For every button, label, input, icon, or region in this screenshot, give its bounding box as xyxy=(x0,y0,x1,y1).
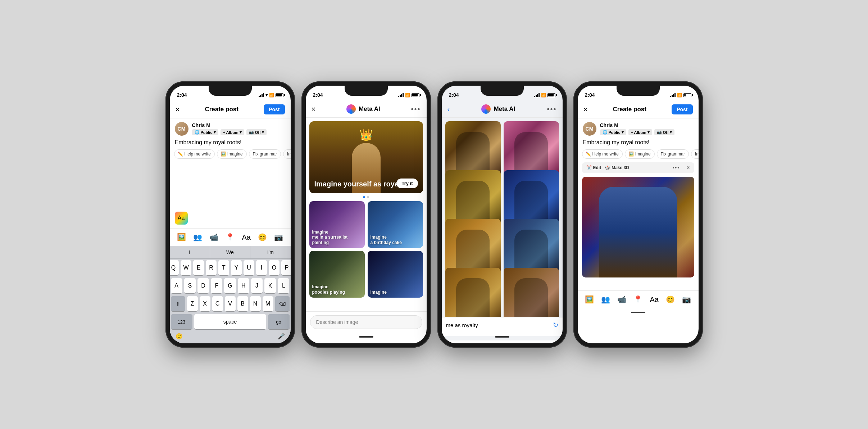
key-g[interactable]: G xyxy=(224,278,236,293)
toolbar-row-1: 🖼️ 👥 📹 📍 Aa 😊 📷 xyxy=(170,228,291,246)
key-h[interactable]: H xyxy=(238,278,249,293)
people-icon-1[interactable]: 👥 xyxy=(192,231,203,243)
key-p[interactable]: P xyxy=(281,260,291,275)
key-w[interactable]: W xyxy=(181,260,191,275)
ima-btn-4[interactable]: Ima... xyxy=(691,149,699,159)
royal-img-1[interactable] xyxy=(445,121,501,177)
ai-rainbow-btn-1[interactable]: Aa xyxy=(175,212,188,225)
post-button-1[interactable]: Post xyxy=(264,104,285,114)
key-d[interactable]: D xyxy=(197,278,209,293)
key-l[interactable]: L xyxy=(278,278,289,293)
key-y[interactable]: Y xyxy=(231,260,242,275)
royal-img-3[interactable] xyxy=(445,170,501,226)
royal-grid-3[interactable] xyxy=(442,118,563,317)
video-icon-1[interactable]: 📹 xyxy=(208,231,219,243)
suggest-i[interactable]: I xyxy=(170,246,210,258)
key-go[interactable]: go xyxy=(268,314,290,329)
try-it-btn-2[interactable]: Try it xyxy=(396,179,418,188)
post-text-4[interactable]: Embracing my royal roots! xyxy=(578,138,699,147)
card-surrealist-2[interactable]: Imagineme in a surrealistpainting xyxy=(309,201,365,248)
emoji-icon-1[interactable]: 😊 xyxy=(257,231,268,243)
key-123[interactable]: 123 xyxy=(171,314,192,329)
close-image-btn-4[interactable]: × xyxy=(686,164,690,171)
royal-img-5[interactable] xyxy=(445,219,501,274)
video-icon-4[interactable]: 📹 xyxy=(616,294,627,305)
privacy-pill-public-1[interactable]: 🌐 Public ▾ xyxy=(192,129,218,135)
search-input-3[interactable] xyxy=(446,322,553,328)
key-k[interactable]: K xyxy=(264,278,276,293)
help-me-write-btn-4[interactable]: ✏️ Help me write xyxy=(582,149,623,159)
more-dots-3[interactable]: ••• xyxy=(547,105,556,113)
suggest-im[interactable]: I'm xyxy=(250,246,290,258)
close-btn-2[interactable]: × xyxy=(312,105,316,113)
back-btn-3[interactable]: ‹ xyxy=(447,105,450,113)
people-icon-4[interactable]: 👥 xyxy=(600,294,611,305)
emoji-icon-4[interactable]: 😊 xyxy=(665,294,676,305)
key-m[interactable]: M xyxy=(263,296,273,311)
card-birthday-2[interactable]: Imaginea birthday cake xyxy=(368,201,423,248)
key-r[interactable]: R xyxy=(206,260,217,275)
key-v[interactable]: V xyxy=(225,296,236,311)
card-poodles-2[interactable]: Imaginepoodles playing xyxy=(309,251,365,298)
off-pill-4[interactable]: 📷 Off ▾ xyxy=(654,129,674,135)
key-space[interactable]: space xyxy=(194,314,266,329)
key-n[interactable]: N xyxy=(250,296,261,311)
photo-icon-4[interactable]: 🖼️ xyxy=(583,294,595,305)
post-button-4[interactable]: Post xyxy=(672,104,692,114)
key-q[interactable]: Q xyxy=(170,260,179,275)
key-i[interactable]: I xyxy=(256,260,267,275)
royal-img-6[interactable] xyxy=(504,219,559,274)
location-icon-4[interactable]: 📍 xyxy=(632,294,644,305)
key-f[interactable]: F xyxy=(211,278,222,293)
key-a[interactable]: A xyxy=(171,278,182,293)
key-u[interactable]: U xyxy=(244,260,254,275)
card-astronaut-2[interactable]: Imagine xyxy=(368,251,423,298)
royal-img-4[interactable] xyxy=(504,170,559,226)
royal-img-8[interactable] xyxy=(504,268,559,317)
key-o[interactable]: O xyxy=(269,260,280,275)
key-s[interactable]: S xyxy=(184,278,196,293)
edit-tool-btn-4[interactable]: ✂️ Edit xyxy=(586,165,601,170)
imagine-btn-1[interactable]: 🖼️ Imagine xyxy=(217,149,247,159)
text-icon-1[interactable]: Aa xyxy=(241,231,252,243)
notch-2 xyxy=(345,86,388,96)
post-text-1[interactable]: Embracing my royal roots! xyxy=(170,138,291,147)
emoji-btn-1[interactable]: 🙂 xyxy=(176,333,183,340)
refresh-btn-3[interactable]: ↻ xyxy=(553,321,558,329)
image-more-dots-4[interactable]: ••• xyxy=(672,165,680,171)
album-pill-1[interactable]: + Album ▾ xyxy=(221,129,244,135)
key-z[interactable]: Z xyxy=(187,296,198,311)
off-pill-1[interactable]: 📷 Off ▾ xyxy=(246,129,267,135)
key-delete[interactable]: ⌫ xyxy=(275,296,290,311)
key-j[interactable]: J xyxy=(251,278,263,293)
key-shift[interactable]: ⇧ xyxy=(171,296,185,311)
mic-btn-1[interactable]: 🎤 xyxy=(278,333,285,340)
more-dots-2[interactable]: ••• xyxy=(411,105,421,113)
royal-img-7[interactable] xyxy=(445,268,501,317)
camera-icon-1[interactable]: 📷 xyxy=(273,231,285,243)
close-button-1[interactable]: × xyxy=(176,105,180,114)
photo-icon-1[interactable]: 🖼️ xyxy=(176,231,187,243)
ima-btn-1[interactable]: Ima... xyxy=(283,149,291,159)
suggest-we[interactable]: We xyxy=(210,246,250,258)
make3d-tool-btn-4[interactable]: 🎲 Make 3D xyxy=(605,165,629,170)
key-b[interactable]: B xyxy=(237,296,248,311)
imagine-featured-2[interactable]: Imagine yourself as royalty Try it xyxy=(309,121,423,193)
royal-img-2[interactable] xyxy=(504,121,559,177)
location-icon-1[interactable]: 📍 xyxy=(224,231,236,243)
imagine-input-2[interactable] xyxy=(310,315,422,329)
close-button-4[interactable]: × xyxy=(583,105,588,114)
key-c[interactable]: C xyxy=(212,296,223,311)
fix-grammar-btn-1[interactable]: Fix grammar xyxy=(249,149,281,159)
imagine-btn-4[interactable]: 🖼️ Imagine xyxy=(625,149,655,159)
key-x[interactable]: X xyxy=(200,296,210,311)
album-pill-4[interactable]: + Album ▾ xyxy=(628,129,652,135)
privacy-pill-public-4[interactable]: 🌐 Public ▾ xyxy=(600,129,626,135)
help-me-write-btn-1[interactable]: ✏️ Help me write xyxy=(174,149,215,159)
fix-grammar-btn-4[interactable]: Fix grammar xyxy=(657,149,689,159)
text-icon-4[interactable]: Aa xyxy=(649,294,660,305)
imagine-grid-container-2[interactable]: Imagine yourself as royalty Try it Imagi… xyxy=(306,118,427,311)
camera-icon-4[interactable]: 📷 xyxy=(681,294,692,305)
key-t[interactable]: T xyxy=(218,260,229,275)
key-e[interactable]: E xyxy=(193,260,204,275)
